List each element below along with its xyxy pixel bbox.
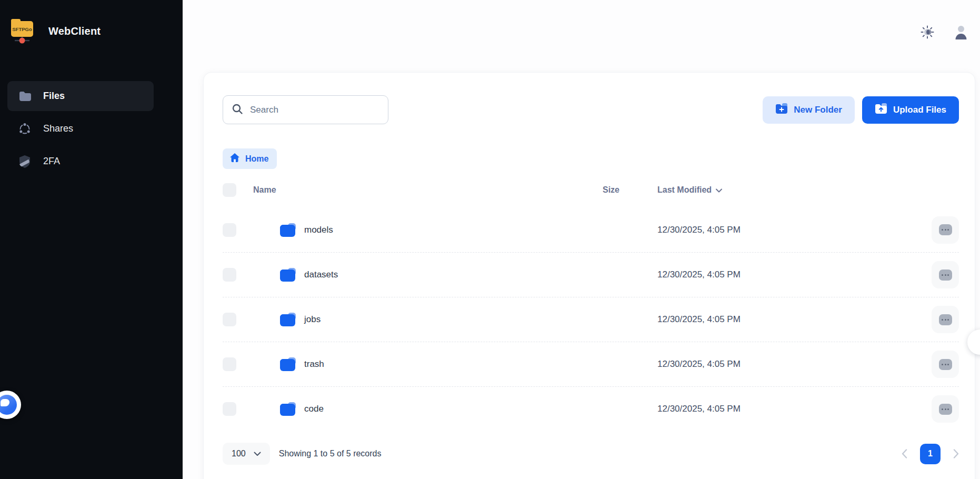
ellipsis-icon xyxy=(939,270,952,281)
ellipsis-icon xyxy=(939,404,952,415)
upload-files-label: Upload Files xyxy=(893,105,946,115)
file-last-modified: 12/30/2025, 4:05 PM xyxy=(657,270,932,280)
file-name[interactable]: trash xyxy=(304,359,324,370)
row-checkbox[interactable] xyxy=(223,223,236,237)
ellipsis-icon xyxy=(939,224,952,235)
file-last-modified: 12/30/2025, 4:05 PM xyxy=(657,404,932,414)
chevron-left-icon[interactable] xyxy=(902,449,907,458)
table-row: code 12/30/2025, 4:05 PM xyxy=(223,386,959,431)
file-name[interactable]: datasets xyxy=(304,270,338,280)
sidebar-item-files[interactable]: Files xyxy=(7,81,154,111)
home-icon xyxy=(229,153,240,165)
brand: SFTPGo WebClient xyxy=(0,0,183,46)
folder-icon xyxy=(280,313,296,326)
extension-widget[interactable] xyxy=(0,391,21,419)
folder-icon xyxy=(280,402,296,416)
ellipsis-icon xyxy=(939,359,952,370)
search-icon xyxy=(232,103,243,117)
folder-upload-icon xyxy=(875,103,887,116)
column-header-size[interactable]: Size xyxy=(603,185,657,195)
theme-toggle-icon[interactable] xyxy=(920,25,935,39)
page-size-select[interactable]: 100 xyxy=(223,443,270,465)
row-actions-button[interactable] xyxy=(932,306,959,333)
row-actions-button[interactable] xyxy=(932,261,959,288)
main-area: New Folder Upload Files xyxy=(183,0,980,479)
file-name[interactable]: models xyxy=(304,225,333,235)
search-input[interactable] xyxy=(250,105,379,115)
table-row: models 12/30/2025, 4:05 PM xyxy=(223,207,959,252)
row-actions-button[interactable] xyxy=(932,395,959,423)
sidebar: SFTPGo WebClient Files xyxy=(0,0,183,479)
breadcrumb: Home xyxy=(223,148,959,169)
file-last-modified: 12/30/2025, 4:05 PM xyxy=(657,314,932,325)
file-last-modified: 12/30/2025, 4:05 PM xyxy=(657,359,932,370)
sort-chevron-down-icon xyxy=(716,185,722,195)
user-icon[interactable] xyxy=(954,25,968,39)
folder-icon xyxy=(280,357,296,371)
upload-files-button[interactable]: Upload Files xyxy=(862,96,959,124)
file-name[interactable]: code xyxy=(304,404,324,414)
file-list: models 12/30/2025, 4:05 PM datasets 1 xyxy=(223,207,959,431)
sidebar-item-label: Shares xyxy=(43,123,73,134)
row-checkbox[interactable] xyxy=(223,313,236,326)
folder-plus-icon xyxy=(775,103,788,116)
chevron-right-icon[interactable] xyxy=(953,449,959,458)
ellipsis-icon xyxy=(939,314,952,325)
row-checkbox[interactable] xyxy=(223,357,236,371)
table-row: jobs 12/30/2025, 4:05 PM xyxy=(223,297,959,342)
shield-icon xyxy=(18,155,32,168)
breadcrumb-home[interactable]: Home xyxy=(223,148,277,169)
files-toolbar: New Folder Upload Files xyxy=(223,95,959,124)
sidebar-item-label: Files xyxy=(43,91,65,102)
table-row: trash 12/30/2025, 4:05 PM xyxy=(223,342,959,386)
new-folder-label: New Folder xyxy=(794,105,842,115)
row-checkbox[interactable] xyxy=(223,402,236,416)
topbar xyxy=(183,0,980,58)
extension-widget-icon xyxy=(0,395,17,415)
sidebar-nav: Files Shares xyxy=(0,81,183,176)
row-checkbox[interactable] xyxy=(223,268,236,282)
records-summary: Showing 1 to 5 of 5 records xyxy=(279,449,382,458)
chevron-down-icon xyxy=(254,449,261,458)
column-header-last-modified[interactable]: Last Modified xyxy=(657,185,932,195)
sidebar-item-label: 2FA xyxy=(43,156,60,167)
app-logo: SFTPGo xyxy=(9,16,35,46)
row-actions-button[interactable] xyxy=(932,351,959,378)
row-actions-button[interactable] xyxy=(932,216,959,244)
sidebar-item-shares[interactable]: Shares xyxy=(7,114,154,144)
sidebar-item-2fa[interactable]: 2FA xyxy=(7,146,154,176)
breadcrumb-home-label: Home xyxy=(245,154,268,164)
page-size-value: 100 xyxy=(232,449,246,458)
column-header-name[interactable]: Name xyxy=(253,185,603,195)
files-card: New Folder Upload Files xyxy=(203,72,975,479)
file-last-modified: 12/30/2025, 4:05 PM xyxy=(657,225,932,235)
folder-icon xyxy=(280,268,296,282)
pagination: 100 Showing 1 to 5 of 5 records 1 xyxy=(223,443,959,465)
svg-text:SFTPGo: SFTPGo xyxy=(12,26,32,32)
table-header: Name Size Last Modified xyxy=(223,182,959,198)
app-title: WebClient xyxy=(48,25,101,37)
page-number-button[interactable]: 1 xyxy=(920,444,941,464)
select-all-checkbox[interactable] xyxy=(223,183,236,197)
new-folder-button[interactable]: New Folder xyxy=(763,96,855,124)
share-nodes-icon xyxy=(18,122,32,136)
table-row: datasets 12/30/2025, 4:05 PM xyxy=(223,252,959,297)
file-name[interactable]: jobs xyxy=(304,314,321,325)
folder-icon xyxy=(280,223,296,237)
search-box[interactable] xyxy=(223,95,388,124)
folder-icon xyxy=(18,89,32,103)
